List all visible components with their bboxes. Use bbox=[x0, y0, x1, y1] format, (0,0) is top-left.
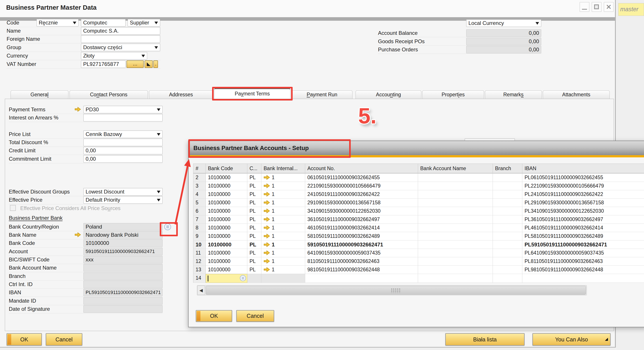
bp-type-dropdown[interactable]: Supplier bbox=[128, 19, 160, 27]
code-input[interactable]: Computec bbox=[81, 19, 126, 27]
cell-internal[interactable]: 1 bbox=[262, 182, 305, 190]
cell-country[interactable]: PL bbox=[247, 207, 262, 215]
cell-branch[interactable] bbox=[493, 173, 522, 182]
code-series-dropdown[interactable]: Ręcznie bbox=[36, 19, 78, 27]
cell-bank-account-name[interactable] bbox=[418, 240, 493, 249]
column-header-bank-code[interactable]: Bank Code bbox=[206, 163, 247, 173]
effective-price-checkbox[interactable] bbox=[10, 205, 16, 211]
vat-ellipsis-button[interactable]: … bbox=[126, 60, 144, 68]
mandate-id-field[interactable] bbox=[84, 297, 162, 305]
price-list-dropdown[interactable]: Cennik Bazowy bbox=[84, 130, 162, 138]
cell-account[interactable]: 58105019111000009032662489 bbox=[305, 232, 418, 240]
maximize-button[interactable] bbox=[592, 2, 602, 12]
cell-num[interactable]: 11 bbox=[193, 249, 206, 257]
cell-branch[interactable] bbox=[493, 190, 522, 199]
cell-internal[interactable]: 1 bbox=[262, 207, 305, 215]
cell-iban[interactable]: PL98105019111000009032662448 bbox=[522, 266, 644, 274]
display-currency-dropdown[interactable]: Local Currency bbox=[466, 19, 541, 27]
cell-branch[interactable] bbox=[493, 224, 522, 232]
cell-account[interactable]: 59105019111000009032662471 bbox=[305, 240, 418, 249]
payment-terms-dropdown[interactable]: PD30 bbox=[84, 106, 162, 113]
cell-num[interactable]: 8 bbox=[193, 224, 206, 232]
cell-bank-code[interactable]: 10100000 bbox=[206, 199, 247, 207]
link-arrow-icon[interactable] bbox=[264, 225, 270, 232]
bic-swift-field[interactable]: xxx bbox=[84, 256, 162, 263]
cell-bank-code[interactable]: 10100000 bbox=[206, 207, 247, 215]
new-row-cell-iban[interactable] bbox=[522, 274, 644, 283]
cell-country[interactable]: PL bbox=[247, 182, 262, 190]
tab-general[interactable]: General bbox=[10, 90, 68, 99]
bank-code-field[interactable]: 10100000 bbox=[84, 239, 162, 247]
cell-account[interactable]: 24105019111000009032662422 bbox=[305, 190, 418, 199]
cell-account[interactable]: 29109015930000000136567158 bbox=[305, 199, 418, 207]
cell-num[interactable]: 3 bbox=[193, 182, 206, 190]
interest-on-arrears-input[interactable] bbox=[84, 114, 162, 121]
cell-num[interactable]: 10 bbox=[193, 240, 206, 249]
cell-internal[interactable]: 1 bbox=[262, 190, 305, 199]
you-can-also-button[interactable]: You Can Also bbox=[532, 333, 610, 345]
cell-bank-account-name[interactable] bbox=[418, 257, 493, 266]
link-arrow-icon[interactable] bbox=[264, 208, 270, 215]
link-arrow-icon[interactable] bbox=[264, 174, 270, 182]
branch-field[interactable] bbox=[84, 272, 162, 280]
column-header-bank-account-name[interactable]: Bank Account Name bbox=[418, 163, 493, 173]
cell-bank-account-name[interactable] bbox=[418, 173, 493, 182]
dialog-ok-button[interactable]: OK bbox=[196, 310, 232, 322]
cell-branch[interactable] bbox=[493, 199, 522, 207]
new-row-cell-account[interactable] bbox=[305, 274, 418, 283]
cell-bank-account-name[interactable] bbox=[418, 199, 493, 207]
close-button[interactable]: ✕ bbox=[604, 2, 614, 12]
column-header-internal[interactable]: Bank Internal... bbox=[262, 163, 305, 173]
column-header-account[interactable]: Account No. bbox=[305, 163, 418, 173]
cell-iban[interactable]: PL81105019111000009032662463 bbox=[522, 257, 644, 266]
vat-dot-button[interactable]: . bbox=[153, 60, 158, 68]
cell-account[interactable]: 46105019111000009032662414 bbox=[305, 224, 418, 232]
cell-branch[interactable] bbox=[493, 207, 522, 215]
new-row-cell-branch[interactable] bbox=[493, 274, 522, 283]
cell-account[interactable]: 64109015930000000059037435 bbox=[305, 249, 418, 257]
cell-country[interactable]: PL bbox=[247, 249, 262, 257]
bank-name-field[interactable]: Narodowy Bank Polski bbox=[84, 231, 162, 239]
cell-country[interactable]: PL bbox=[247, 190, 262, 199]
link-arrow-icon[interactable] bbox=[264, 216, 270, 224]
cell-branch[interactable] bbox=[493, 266, 522, 274]
choose-from-list-icon[interactable] bbox=[240, 275, 246, 283]
cell-iban[interactable]: PL29109015930000000136567158 bbox=[522, 199, 644, 207]
cell-branch[interactable] bbox=[493, 257, 522, 266]
cell-country[interactable]: PL bbox=[247, 224, 262, 232]
horizontal-scrollbar-thumb[interactable] bbox=[206, 286, 586, 295]
cell-internal[interactable]: 1 bbox=[262, 173, 305, 182]
cell-bank-code[interactable]: 10100000 bbox=[206, 257, 247, 266]
link-arrow-icon[interactable] bbox=[264, 183, 270, 190]
new-row-cell-num[interactable]: 14 bbox=[193, 274, 206, 283]
cell-bank-account-name[interactable] bbox=[418, 224, 493, 232]
cell-iban[interactable]: PL34109015930000000122652030 bbox=[522, 207, 644, 215]
cell-iban[interactable]: PL46105019111000009032662414 bbox=[522, 224, 644, 232]
cell-country[interactable]: PL bbox=[247, 215, 262, 224]
link-arrow-icon[interactable] bbox=[264, 266, 270, 274]
minimize-button[interactable] bbox=[580, 2, 590, 12]
link-arrow-icon[interactable] bbox=[264, 191, 270, 199]
cell-num[interactable]: 9 bbox=[193, 232, 206, 240]
ok-button[interactable]: OK bbox=[6, 333, 42, 345]
cell-bank-code[interactable]: 10100000 bbox=[206, 182, 247, 190]
link-arrow-icon[interactable] bbox=[74, 232, 81, 238]
cell-branch[interactable] bbox=[493, 182, 522, 190]
cancel-button[interactable]: Cancel bbox=[46, 333, 82, 345]
column-header-branch[interactable]: Branch bbox=[493, 163, 522, 173]
cell-bank-account-name[interactable] bbox=[418, 215, 493, 224]
cell-iban[interactable]: PL58105019111000009032662489 bbox=[522, 232, 644, 240]
cell-num[interactable]: 12 bbox=[193, 257, 206, 266]
tab-attachments[interactable]: Attachments bbox=[543, 90, 610, 99]
cell-branch[interactable] bbox=[493, 249, 522, 257]
cell-num[interactable]: 4 bbox=[193, 190, 206, 199]
cell-internal[interactable]: 1 bbox=[262, 257, 305, 266]
link-arrow-icon[interactable] bbox=[264, 258, 270, 266]
cell-iban[interactable]: PL64109015930000000059037435 bbox=[522, 249, 644, 257]
cell-internal[interactable]: 1 bbox=[262, 232, 305, 240]
total-discount-input[interactable] bbox=[84, 139, 162, 146]
tab-addresses[interactable]: Addresses bbox=[149, 90, 213, 99]
cell-country[interactable]: PL bbox=[247, 240, 262, 249]
cell-bank-account-name[interactable] bbox=[418, 182, 493, 190]
cell-country[interactable]: PL bbox=[247, 199, 262, 207]
